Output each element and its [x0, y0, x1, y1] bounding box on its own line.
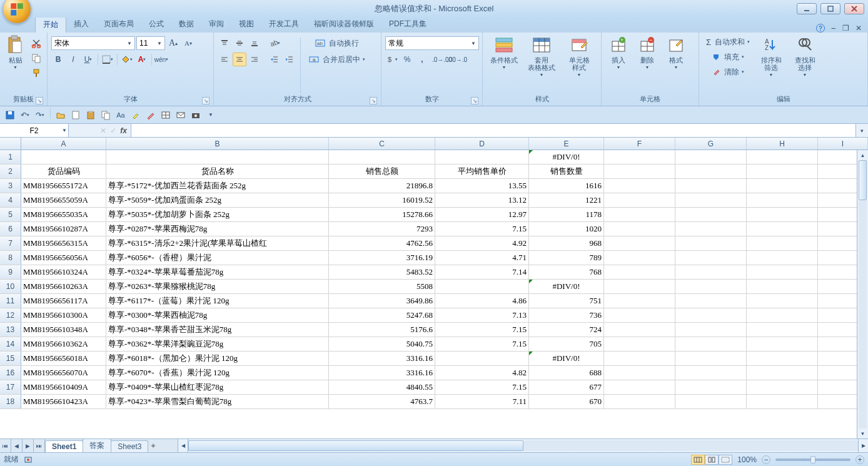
cell-H10[interactable] [747, 280, 818, 293]
wrap-text-button[interactable]: ab自动换行 [305, 36, 370, 50]
qat-new-icon[interactable] [69, 109, 82, 121]
cell-D18[interactable]: 7.11 [435, 395, 529, 408]
percent-button[interactable]: % [400, 53, 414, 66]
cell-A6[interactable]: MM81956610287A [21, 222, 106, 236]
cell-H3[interactable] [747, 179, 818, 193]
cell-C3[interactable]: 21896.8 [329, 179, 435, 193]
decrease-indent-button[interactable] [268, 53, 281, 66]
cell-B4[interactable]: 尊享-*5059*-优加鸡蛋面条 252g [106, 193, 329, 207]
align-right-button[interactable] [248, 53, 261, 66]
cell-E6[interactable]: 1020 [529, 222, 604, 236]
cell-D11[interactable]: 4.86 [435, 294, 529, 308]
cell-D17[interactable]: 7.15 [435, 380, 529, 394]
cell-F2[interactable] [604, 165, 675, 178]
cell-A15[interactable]: MM81956656018A [21, 352, 106, 365]
cell-A11[interactable]: MM81956656117A [21, 294, 106, 308]
italic-button[interactable]: I [66, 53, 80, 66]
row-header[interactable]: 13 [0, 323, 21, 337]
cell-F3[interactable] [604, 179, 675, 193]
cell-E17[interactable]: 677 [529, 380, 604, 394]
ribbon-tab-4[interactable]: 数据 [171, 16, 201, 33]
cell-H12[interactable] [747, 308, 818, 322]
cell-H14[interactable] [747, 337, 818, 351]
row-header[interactable]: 12 [0, 308, 21, 322]
cell-B12[interactable]: 尊享-*0300*-苹果西柚泥78g [106, 308, 329, 322]
insert-sheet-button[interactable]: ✦ [148, 439, 159, 452]
increase-indent-button[interactable] [283, 53, 296, 66]
cell-D3[interactable]: 13.55 [435, 179, 529, 193]
formula-input[interactable] [131, 124, 855, 137]
cell-H5[interactable] [747, 208, 818, 221]
cell-E10[interactable]: #DIV/0! [529, 280, 604, 293]
cell-A2[interactable]: 货品编码 [21, 165, 106, 178]
cell-C7[interactable]: 4762.56 [329, 236, 435, 250]
cell-C15[interactable]: 3316.16 [329, 352, 435, 365]
cell-C8[interactable]: 3716.19 [329, 251, 435, 265]
fill-button[interactable]: 填充▾ [703, 50, 753, 64]
cell-D8[interactable]: 4.71 [435, 251, 529, 265]
cell-B17[interactable]: 尊享-*0409*-苹果山楂红枣泥78g [106, 380, 329, 394]
ribbon-tab-2[interactable]: 页面布局 [96, 16, 141, 33]
cell-C4[interactable]: 16019.52 [329, 193, 435, 207]
border-button[interactable]: ▾ [101, 53, 114, 66]
cell-E3[interactable]: 1616 [529, 179, 604, 193]
row-header[interactable]: 3 [0, 179, 21, 193]
ribbon-tab-6[interactable]: 视图 [231, 16, 261, 33]
cell-G14[interactable] [675, 337, 747, 351]
cell-B9[interactable]: 尊享-*0324*-苹果草莓番茄泥78g [106, 265, 329, 279]
column-header-C[interactable]: C [329, 138, 435, 149]
cell-D16[interactable]: 4.82 [435, 366, 529, 380]
scroll-left-icon[interactable]: ◀ [178, 439, 188, 452]
cell-E2[interactable]: 销售数量 [529, 165, 604, 178]
bold-button[interactable]: B [51, 53, 65, 66]
fill-color-button[interactable]: ▾ [120, 53, 134, 66]
cell-F10[interactable] [604, 280, 675, 293]
align-center-button[interactable] [233, 53, 246, 66]
cell-G6[interactable] [675, 222, 747, 236]
select-all-corner[interactable] [0, 138, 21, 149]
cell-C5[interactable]: 15278.66 [329, 208, 435, 221]
column-header-B[interactable]: B [106, 138, 329, 149]
font-color-button[interactable]: A▾ [135, 53, 149, 66]
ribbon-tab-9[interactable]: PDF工具集 [381, 16, 434, 33]
cell-B8[interactable]: 尊享-*6056*-（香橙）果汁泥 [106, 251, 329, 265]
cell-F17[interactable] [604, 380, 675, 394]
cell-B2[interactable]: 货品名称 [106, 165, 329, 178]
cell-B1[interactable] [106, 150, 329, 164]
cell-G5[interactable] [675, 208, 747, 221]
cell-B3[interactable]: 尊享-*5172*-优加西兰花香菇面条 252g [106, 179, 329, 193]
qat-save-icon[interactable] [4, 109, 16, 121]
cell-A7[interactable]: MM81956656315A [21, 236, 106, 250]
cell-F12[interactable] [604, 308, 675, 322]
cell-C12[interactable]: 5247.68 [329, 308, 435, 322]
cell-B16[interactable]: 尊享-*6070*-（香蕉）果汁泥 120g [106, 366, 329, 380]
cell-B15[interactable]: 尊享-*6018*-（黑加仑）果汁泥 120g [106, 352, 329, 365]
increase-font-button[interactable]: A▴ [166, 36, 180, 50]
cell-H13[interactable] [747, 323, 818, 337]
help-icon[interactable]: ? [816, 24, 825, 33]
horizontal-scrollbar[interactable]: ◀ ▶ [178, 439, 868, 452]
cell-G2[interactable] [675, 165, 747, 178]
cell-D4[interactable]: 13.12 [435, 193, 529, 207]
last-sheet-button[interactable]: ⏭ [34, 439, 45, 452]
cell-H1[interactable] [747, 150, 818, 164]
cell-A4[interactable]: MM81956655059A [21, 193, 106, 207]
format-painter-button[interactable] [29, 66, 43, 80]
cell-B14[interactable]: 尊享-*0362*-苹果洋梨豌豆泥78g [106, 337, 329, 351]
column-header-H[interactable]: H [747, 138, 818, 149]
cell-A8[interactable]: MM81956656056A [21, 251, 106, 265]
row-header[interactable]: 5 [0, 208, 21, 221]
minimize-button[interactable] [797, 3, 817, 14]
cell-F7[interactable] [604, 236, 675, 250]
cell-H2[interactable] [747, 165, 818, 178]
cell-G4[interactable] [675, 193, 747, 207]
cell-D10[interactable] [435, 280, 529, 293]
scroll-thumb[interactable] [859, 160, 867, 200]
align-bottom-button[interactable] [248, 36, 261, 50]
row-header[interactable]: 14 [0, 337, 21, 351]
cell-G12[interactable] [675, 308, 747, 322]
cell-E11[interactable]: 751 [529, 294, 604, 308]
cell-H16[interactable] [747, 366, 818, 380]
cell-A16[interactable]: MM81956656070A [21, 366, 106, 380]
cell-E9[interactable]: 768 [529, 265, 604, 279]
